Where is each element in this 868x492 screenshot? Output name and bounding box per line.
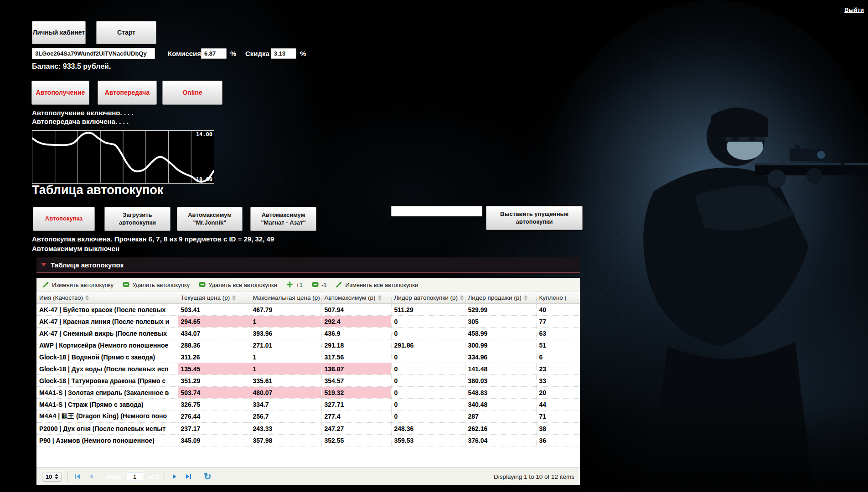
table-row[interactable]: M4A1-S | Страж (Прямо с завода)326.75334… (36, 399, 580, 410)
missed-autobuys-input[interactable] (391, 206, 482, 216)
page-number-input[interactable] (127, 472, 143, 481)
delete-autobuy-button[interactable]: Удалить автопокупку (123, 281, 190, 289)
account-button[interactable]: Личный кабинет (32, 21, 86, 44)
cell-leader_sell: 334.96 (465, 351, 536, 363)
panel-header[interactable]: Таблица автопокупок (36, 257, 580, 273)
table-row[interactable]: AK-47 | Снежный вихрь (После полевых434.… (36, 328, 580, 339)
table-row[interactable]: Glock-18 | Татуировка дракона (Прямо с35… (36, 375, 580, 387)
online-button[interactable]: Online (162, 81, 222, 105)
load-autobuys-button[interactable]: Загрузить автопокупки (104, 207, 170, 231)
cell-current: 326.75 (178, 399, 250, 410)
autobuy-button[interactable]: Автопокупка (33, 207, 95, 231)
cell-max: 480.07 (250, 387, 321, 399)
cell-leader_sell: 141.48 (465, 363, 536, 375)
chart-min-label: 10.00 (196, 177, 212, 182)
cell-bought: 38 (536, 423, 580, 435)
cell-leader_buy: 0 (391, 387, 465, 399)
plus-one-button[interactable]: +1 (286, 281, 303, 289)
cell-bought: 33 (536, 375, 580, 387)
cell-current: 288.36 (178, 339, 250, 351)
start-button[interactable]: Старт (96, 21, 156, 44)
automax-mrjonnik-button[interactable]: Автомаксимум "Mr.Jonnik" (177, 207, 243, 231)
cell-automax: 327.71 (321, 399, 391, 410)
cell-leader_buy: 0 (391, 363, 465, 375)
page-title: Таблица автопокупок (32, 183, 163, 197)
refresh-icon[interactable]: ↻ (204, 472, 212, 481)
table-row[interactable]: Glock-18 | Водяной (Прямо с завода)311.2… (36, 351, 580, 363)
cell-automax: 436.9 (321, 328, 391, 339)
column-header-label: Автомаксимум (р) (325, 294, 376, 301)
cell-name: M4A1-S | Страж (Прямо с завода) (36, 399, 178, 410)
next-page-button[interactable] (170, 472, 179, 481)
cell-automax: 277.4 (321, 410, 391, 423)
cell-name: Glock-18 | Татуировка дракона (Прямо с (36, 375, 178, 387)
commission-input[interactable] (201, 48, 227, 59)
cell-max: 334.7 (250, 399, 321, 410)
token-input[interactable] (32, 48, 155, 59)
autobuy-status-text: Автопокупка включена. Прочекан 6, 7, 8 и… (32, 234, 274, 253)
cell-automax: 291.18 (321, 339, 391, 351)
automax-magnat-azat-button[interactable]: Автомаксимум "Магнат - Азат" (250, 207, 316, 231)
minus-one-button[interactable]: -1 (312, 281, 327, 289)
edit-all-autobuy-button[interactable]: Изменить все автопокупки (336, 281, 418, 289)
page-size-select[interactable]: 10 (42, 472, 62, 482)
table-row[interactable]: AWP | Кортисейра (Немного поношенное288.… (36, 339, 580, 351)
cell-bought: 40 (536, 304, 580, 316)
separator (67, 471, 68, 482)
cell-leader_sell: 262.16 (465, 423, 536, 435)
discount-percent-sign: % (300, 50, 306, 57)
autotransfer-button[interactable]: Автопередача (98, 81, 157, 105)
cell-name: AK-47 | Буйство красок (После полевых (36, 304, 178, 316)
discount-input[interactable] (271, 48, 296, 59)
autoreceive-status-line: Автополучение включено. . . . (32, 108, 134, 117)
table-row[interactable]: P90 | Азимов (Немного поношенное)345.093… (36, 435, 580, 446)
pagination-bar: 10 Page of 2 ↻ Displaying 1 to 10 of 12 … (36, 467, 580, 485)
table-row[interactable]: AK-47 | Буйство красок (После полевых503… (36, 304, 580, 316)
table-row[interactable]: M4A4 | 龍王 (Dragon King) (Немного поно276… (36, 410, 580, 423)
prev-page-button[interactable] (87, 472, 95, 481)
last-page-button[interactable] (184, 472, 192, 481)
cell-max: 357.98 (250, 435, 321, 446)
cell-name: M4A4 | 龍王 (Dragon King) (Немного поно (36, 410, 178, 423)
column-header[interactable]: Лидер автопокупки (р) (391, 292, 465, 304)
column-header[interactable]: Имя (Качество) (36, 292, 178, 304)
delete-all-autobuy-button[interactable]: Удалить все автопокупки (199, 281, 277, 289)
cell-current: 351.29 (178, 375, 250, 387)
sort-arrows-icon (460, 295, 464, 301)
column-header[interactable]: Лидер продажи (р) (465, 292, 536, 304)
discount-label: Скидка (245, 50, 269, 57)
sort-arrows-icon (524, 295, 527, 301)
cell-leader_sell: 287 (465, 410, 536, 423)
minus-box-icon (199, 281, 206, 289)
edit-autobuy-button[interactable]: Изменить автопокупку (42, 281, 114, 289)
commission-percent-sign: % (230, 50, 236, 57)
cell-max: 1 (250, 363, 321, 375)
table-row[interactable]: P2000 | Дух огня (После полевых испыт237… (36, 423, 580, 435)
cell-current: 294.65 (178, 316, 250, 328)
table-row[interactable]: M4A1-S | Золотая спираль (Закаленное в50… (36, 387, 580, 399)
cell-leader_sell: 376.04 (465, 435, 536, 446)
cell-max: 393.96 (250, 328, 321, 339)
logout-link[interactable]: Выйти (844, 6, 864, 13)
automax-status-line: Автомаксимум выключен (32, 244, 274, 253)
first-page-button[interactable] (73, 472, 82, 481)
column-header[interactable]: Автомаксимум (р) (321, 292, 391, 304)
cell-name: P90 | Азимов (Немного поношенное) (36, 435, 178, 446)
cell-bought: 6 (536, 351, 580, 363)
table-row[interactable]: Glock-18 | Дух воды (После полевых исп13… (36, 363, 580, 375)
cell-leader_buy: 291.86 (391, 339, 465, 351)
cell-leader_sell: 300.99 (465, 339, 536, 351)
separator (198, 471, 198, 482)
autoreceive-button[interactable]: Автополучение (31, 81, 89, 105)
column-header-label: Имя (Качество) (39, 294, 83, 301)
page-size-value: 10 (46, 473, 52, 480)
cell-max: 243.33 (250, 423, 321, 435)
list-missed-autobuys-button[interactable]: Выставить упущенные автопокупки (486, 206, 583, 230)
toolbar-item-label: +1 (296, 282, 303, 288)
pencil-icon (42, 281, 49, 289)
table-row[interactable]: AK-47 | Красная линия (После полевых и29… (36, 316, 580, 328)
commission-label: Комиссия (168, 50, 201, 57)
cell-bought: 71 (536, 410, 580, 423)
cell-current: 311.26 (178, 351, 250, 363)
column-header[interactable]: Текущая цена (р) (178, 292, 250, 304)
